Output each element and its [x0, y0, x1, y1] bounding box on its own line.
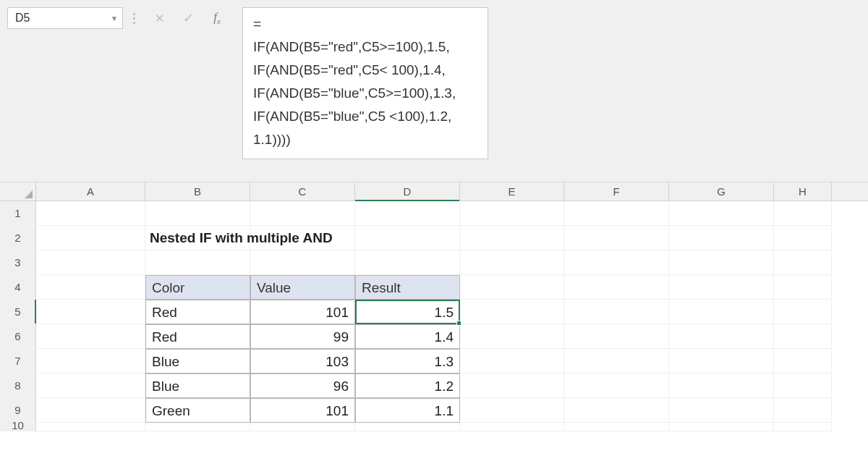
cell[interactable] [36, 201, 145, 226]
cell[interactable] [564, 201, 669, 226]
table-cell[interactable]: 1.1 [355, 398, 460, 423]
cell[interactable] [774, 250, 832, 275]
cell[interactable] [669, 300, 774, 324]
cell[interactable] [460, 250, 564, 275]
cell[interactable] [669, 324, 774, 349]
table-cell[interactable]: Red [145, 300, 250, 324]
table-header[interactable]: Result [355, 275, 460, 300]
table-cell[interactable]: 1.3 [355, 349, 460, 373]
title-cell[interactable]: Nested IF with multiple AND [145, 226, 250, 250]
row-header-8[interactable]: 8 [0, 373, 36, 398]
row-header-1[interactable]: 1 [0, 201, 36, 226]
col-header-C[interactable]: C [250, 182, 355, 200]
cell[interactable] [36, 275, 145, 300]
cell[interactable] [774, 275, 832, 300]
cell[interactable] [564, 275, 669, 300]
table-cell[interactable]: 103 [250, 349, 355, 373]
cell[interactable] [564, 250, 669, 275]
cell[interactable] [564, 324, 669, 349]
table-cell[interactable]: 1.4 [355, 324, 460, 349]
cell[interactable] [460, 275, 564, 300]
cancel-button[interactable]: ✕ [145, 7, 174, 29]
cell[interactable] [460, 324, 564, 349]
cell[interactable] [774, 300, 832, 324]
table-cell[interactable]: 1.5 [355, 300, 460, 324]
row-header-2[interactable]: 2 [0, 226, 36, 250]
insert-function-button[interactable]: fx [203, 7, 231, 29]
cell[interactable] [774, 423, 832, 431]
cell[interactable] [774, 349, 832, 373]
table-cell[interactable]: 101 [250, 398, 355, 423]
cell[interactable] [669, 423, 774, 431]
cell[interactable] [669, 226, 774, 250]
cell[interactable] [460, 423, 564, 431]
cell[interactable] [145, 201, 250, 226]
cell[interactable] [36, 250, 145, 275]
cell[interactable] [774, 201, 832, 226]
cell[interactable] [355, 250, 460, 275]
cell[interactable] [36, 349, 145, 373]
cell[interactable] [36, 398, 145, 423]
table-cell[interactable]: Red [145, 324, 250, 349]
row-header-7[interactable]: 7 [0, 349, 36, 373]
cell[interactable] [774, 373, 832, 398]
table-cell[interactable]: 96 [250, 373, 355, 398]
cell[interactable] [774, 226, 832, 250]
table-header[interactable]: Value [250, 275, 355, 300]
cell[interactable] [145, 423, 250, 431]
cell[interactable] [669, 201, 774, 226]
cell[interactable] [36, 423, 145, 431]
cell[interactable] [564, 300, 669, 324]
name-box[interactable]: D5 ▼ [7, 7, 123, 29]
cell[interactable] [355, 226, 460, 250]
cell[interactable] [145, 250, 250, 275]
col-header-F[interactable]: F [564, 182, 669, 200]
table-cell[interactable]: 101 [250, 300, 355, 324]
row-header-5[interactable]: 5 [0, 300, 36, 324]
table-cell[interactable]: Blue [145, 349, 250, 373]
table-cell[interactable]: Blue [145, 373, 250, 398]
row-header-6[interactable]: 6 [0, 324, 36, 349]
confirm-button[interactable]: ✓ [174, 7, 203, 29]
cell[interactable] [669, 250, 774, 275]
cell[interactable] [460, 300, 564, 324]
cell[interactable] [36, 300, 145, 324]
table-cell[interactable]: 99 [250, 324, 355, 349]
cell[interactable] [460, 373, 564, 398]
row-header-10[interactable]: 10 [0, 423, 36, 431]
cell[interactable] [250, 423, 355, 431]
col-header-G[interactable]: G [669, 182, 774, 200]
cell[interactable] [36, 226, 145, 250]
cell[interactable] [669, 373, 774, 398]
table-cell[interactable]: 1.2 [355, 373, 460, 398]
cell[interactable] [669, 349, 774, 373]
cell[interactable] [36, 324, 145, 349]
table-header[interactable]: Color [145, 275, 250, 300]
cell[interactable] [564, 226, 669, 250]
cell[interactable] [564, 373, 669, 398]
cell[interactable] [460, 226, 564, 250]
cell[interactable] [250, 226, 355, 250]
dropdown-icon[interactable]: ▼ [111, 14, 118, 22]
formula-input[interactable]: = IF(AND(B5="red",C5>=100),1.5, IF(AND(B… [242, 7, 488, 159]
cell[interactable] [564, 423, 669, 431]
col-header-E[interactable]: E [460, 182, 564, 200]
cell[interactable] [250, 201, 355, 226]
cell[interactable] [564, 398, 669, 423]
cell[interactable] [669, 398, 774, 423]
cell[interactable] [36, 373, 145, 398]
cell[interactable] [250, 250, 355, 275]
col-header-A[interactable]: A [36, 182, 145, 200]
col-header-D[interactable]: D [355, 182, 460, 200]
cell[interactable] [355, 201, 460, 226]
cell[interactable] [774, 324, 832, 349]
cell[interactable] [564, 349, 669, 373]
cell[interactable] [460, 398, 564, 423]
col-header-H[interactable]: H [774, 182, 832, 200]
select-all-corner[interactable] [0, 182, 36, 200]
row-header-3[interactable]: 3 [0, 250, 36, 275]
col-header-B[interactable]: B [145, 182, 250, 200]
cell[interactable] [669, 275, 774, 300]
cell[interactable] [460, 201, 564, 226]
cell[interactable] [355, 423, 460, 431]
